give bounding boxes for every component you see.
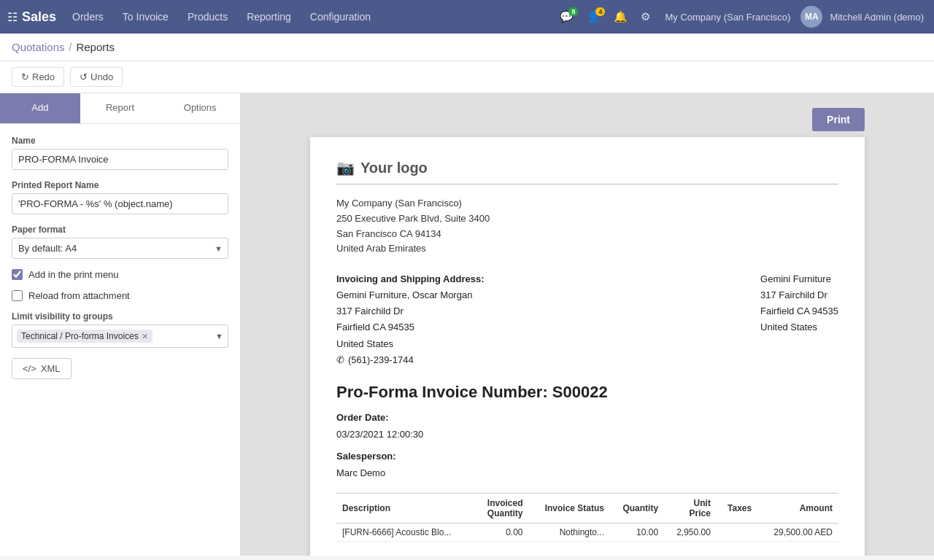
col-quantity: Quantity xyxy=(610,494,664,524)
row-amount: 29,500.00 AED xyxy=(757,524,838,542)
visibility-tag-text: Technical / Pro-forma Invoices xyxy=(21,331,139,341)
printed-name-label: Printed Report Name xyxy=(12,180,228,190)
tab-report[interactable]: Report xyxy=(80,93,161,123)
visibility-tag: Technical / Pro-forma Invoices ✕ xyxy=(17,330,153,343)
row-unit-price: 2,950.00 xyxy=(664,524,717,542)
xml-button-wrapper: </> XML xyxy=(12,358,228,379)
chat-badge: 8 xyxy=(568,7,578,16)
discuss-icon-btn[interactable]: 👤 4 xyxy=(582,7,605,26)
salesperson-value: Marc Demo xyxy=(336,467,385,478)
row-description: [FURN-6666] Acoustic Blo... xyxy=(336,524,474,542)
name-field-group: Name xyxy=(12,136,228,170)
company-address1: 250 Executive Park Blvd, Suite 3400 xyxy=(336,211,838,227)
brand: Sales xyxy=(22,9,56,25)
visibility-tag-remove-icon[interactable]: ✕ xyxy=(142,332,148,341)
nav-to-invoice[interactable]: To Invoice xyxy=(114,7,177,27)
col-description: Description xyxy=(336,494,474,524)
paper-format-select-wrapper: By default: A4 A3 Letter Legal ▼ xyxy=(12,238,228,259)
doc-preview: 📷 Your logo My Company (San Francisco) 2… xyxy=(310,137,865,556)
billing-name: Gemini Furniture, Oscar Morgan xyxy=(336,287,484,303)
name-label: Name xyxy=(12,136,228,146)
billing-phone: (561)-239-1744 xyxy=(348,352,414,368)
xml-button-label: XML xyxy=(41,363,61,374)
reload-attachment-label: Reload from attachment xyxy=(28,290,130,301)
breadcrumb-parent[interactable]: Quotations xyxy=(12,41,65,53)
undo-icon: ↺ xyxy=(80,71,88,82)
main-layout: Add Report Options Name Printed Report N… xyxy=(0,93,934,556)
toolbar: ↻ Redo ↺ Undo xyxy=(0,61,934,93)
col-taxes: Taxes xyxy=(717,494,757,524)
logo-area: 📷 Your logo xyxy=(336,159,428,176)
doc-header-divider xyxy=(336,184,838,184)
activity-icon-btn[interactable]: 🔔 xyxy=(609,7,632,26)
tab-options[interactable]: Options xyxy=(160,93,240,123)
billing-phone-row: ✆ (561)-239-1744 xyxy=(336,352,484,368)
breadcrumb-current: Reports xyxy=(76,41,115,53)
order-date-meta: Order Date: 03/23/2021 12:00:30 xyxy=(336,409,838,443)
redo-button[interactable]: ↻ Redo xyxy=(12,67,64,87)
shipping-country: United States xyxy=(760,319,838,335)
row-invoiced-qty: 0.00 xyxy=(474,524,528,542)
add-print-menu-checkbox[interactable] xyxy=(12,269,23,280)
visibility-label: Limit visibility to groups xyxy=(12,311,228,322)
order-date-value: 03/23/2021 12:00:30 xyxy=(336,429,423,440)
company-name: My Company (San Francisco) xyxy=(336,196,838,211)
avatar-initials: MA xyxy=(805,12,819,22)
grid-icon[interactable]: ☷ xyxy=(7,10,18,24)
nav-reporting[interactable]: Reporting xyxy=(238,7,300,27)
redo-label: Redo xyxy=(32,71,55,82)
avatar[interactable]: MA xyxy=(800,6,822,28)
undo-label: Undo xyxy=(90,71,113,82)
name-input[interactable] xyxy=(12,149,228,170)
add-print-menu-label: Add in the print menu xyxy=(28,269,119,280)
billing-addr1: 317 Fairchild Dr xyxy=(336,303,484,319)
undo-button[interactable]: ↺ Undo xyxy=(70,67,123,87)
chat-icon-btn[interactable]: 💬 8 xyxy=(555,7,578,26)
shipping-address: Gemini Furniture 317 Fairchild Dr Fairfi… xyxy=(760,271,838,368)
phone-icon: ✆ xyxy=(336,352,344,368)
reload-attachment-checkbox[interactable] xyxy=(12,290,23,301)
printed-name-input[interactable] xyxy=(12,193,228,214)
print-btn-area: Print xyxy=(310,108,865,131)
nav-right: 💬 8 👤 4 🔔 ⚙ My Company (San Francisco) M… xyxy=(555,6,927,28)
discuss-badge: 4 xyxy=(595,7,605,16)
billing-address: Invoicing and Shipping Address: Gemini F… xyxy=(336,271,484,368)
doc-table: Description InvoicedQuantity Invoice Sta… xyxy=(336,493,838,542)
paper-format-select[interactable]: By default: A4 A3 Letter Legal xyxy=(12,238,228,259)
paper-format-label: Paper format xyxy=(12,225,228,235)
nav-configuration[interactable]: Configuration xyxy=(301,7,379,27)
navbar: ☷ Sales Orders To Invoice Products Repor… xyxy=(0,0,934,34)
nav-products[interactable]: Products xyxy=(179,7,236,27)
doc-header: 📷 Your logo xyxy=(336,159,838,176)
brand-label: Sales xyxy=(22,9,56,25)
settings-icon-btn[interactable]: ⚙ xyxy=(636,7,655,26)
redo-icon: ↻ xyxy=(21,71,29,82)
xml-button[interactable]: </> XML xyxy=(12,358,72,379)
doc-addresses: Invoicing and Shipping Address: Gemini F… xyxy=(336,271,838,368)
row-quantity: 10.00 xyxy=(610,524,664,542)
col-invoice-status: Invoice Status xyxy=(529,494,611,524)
shipping-addr2: Fairfield CA 94535 xyxy=(760,303,838,319)
add-print-menu-row: Add in the print menu xyxy=(12,269,228,280)
col-unit-price: UnitPrice xyxy=(664,494,717,524)
right-panel: Print 📷 Your logo My Company (San Franci… xyxy=(241,93,934,556)
col-amount: Amount xyxy=(757,494,838,524)
col-invoiced-qty: InvoicedQuantity xyxy=(474,494,528,524)
tab-add[interactable]: Add xyxy=(0,93,80,123)
company-address2: San Francisco CA 94134 xyxy=(336,227,838,242)
paper-format-group: Paper format By default: A4 A3 Letter Le… xyxy=(12,225,228,259)
nav-orders[interactable]: Orders xyxy=(63,7,112,27)
shipping-name: Gemini Furniture xyxy=(760,271,838,287)
visibility-tags-field[interactable]: Technical / Pro-forma Invoices ✕ ▼ xyxy=(12,324,228,348)
xml-code-icon: </> xyxy=(23,363,36,374)
table-row: [FURN-6666] Acoustic Blo... 0.00 Nothing… xyxy=(336,524,838,542)
salesperson-meta: Salesperson: Marc Demo xyxy=(336,448,838,482)
nav-company[interactable]: My Company (San Francisco) xyxy=(659,12,796,23)
breadcrumb-separator: / xyxy=(69,42,72,53)
company-info: My Company (San Francisco) 250 Executive… xyxy=(336,196,838,257)
print-button[interactable]: Print xyxy=(812,108,865,131)
billing-country: United States xyxy=(336,336,484,352)
visibility-tags-chevron-icon[interactable]: ▼ xyxy=(215,332,223,341)
billing-addr2: Fairfield CA 94535 xyxy=(336,319,484,335)
reload-attachment-row: Reload from attachment xyxy=(12,290,228,301)
